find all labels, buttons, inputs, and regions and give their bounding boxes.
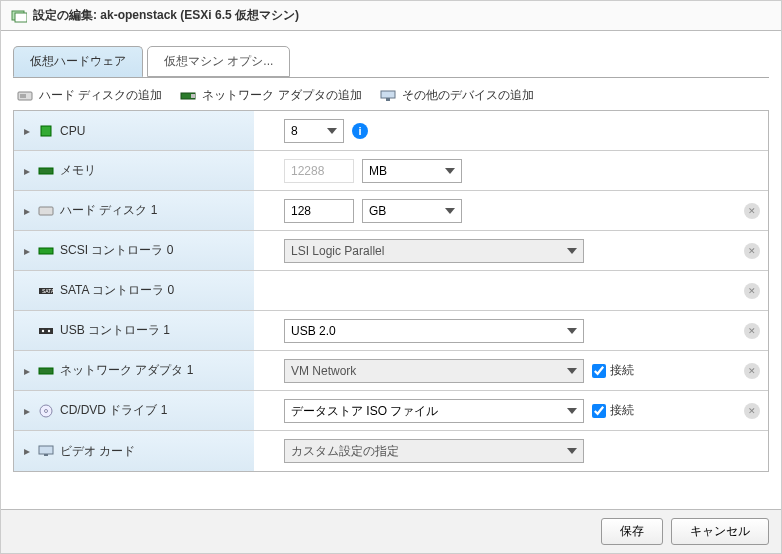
remove-nic-button[interactable]: [744, 363, 760, 379]
row-scsi: ▸ SCSI コントローラ 0 LSI Logic Parallel: [14, 231, 768, 271]
row-sata: ▸ SATA SATA コントローラ 0: [14, 271, 768, 311]
sata-label: SATA コントローラ 0: [60, 282, 174, 299]
disk-label: ハード ディスク 1: [60, 202, 157, 219]
save-button[interactable]: 保存: [601, 518, 663, 545]
disk-icon: [38, 203, 54, 219]
memory-input[interactable]: [284, 159, 354, 183]
expand-icon[interactable]: ▸: [22, 244, 32, 258]
video-icon: [38, 443, 54, 459]
expand-icon[interactable]: ▸: [22, 364, 32, 378]
dialog-footer: 保存 キャンセル: [1, 509, 781, 553]
row-video: ▸ ビデオ カード カスタム設定の指定: [14, 431, 768, 471]
add-other-device-button[interactable]: その他のデバイスの追加: [380, 87, 534, 104]
remove-scsi-button[interactable]: [744, 243, 760, 259]
svg-rect-17: [39, 368, 53, 374]
usb-label: USB コントローラ 1: [60, 322, 170, 339]
scsi-label: SCSI コントローラ 0: [60, 242, 173, 259]
nic-connect-checkbox[interactable]: 接続: [592, 362, 634, 379]
expand-icon[interactable]: ▸: [22, 204, 32, 218]
svg-rect-14: [39, 328, 53, 334]
title-bar: 設定の編集: ak-openstack (ESXi 6.5 仮想マシン): [1, 1, 781, 31]
dialog-title: 設定の編集: ak-openstack (ESXi 6.5 仮想マシン): [33, 7, 299, 24]
remove-sata-button[interactable]: [744, 283, 760, 299]
cddvd-connect-checkbox[interactable]: 接続: [592, 402, 634, 419]
video-config-select[interactable]: カスタム設定の指定: [284, 439, 584, 463]
remove-usb-button[interactable]: [744, 323, 760, 339]
tabs: 仮想ハードウェア 仮想マシン オプシ...: [13, 46, 769, 78]
tab-vm-options[interactable]: 仮想マシン オプシ...: [147, 46, 290, 77]
expand-icon[interactable]: ▸: [22, 164, 32, 178]
expand-icon[interactable]: ▸: [22, 444, 32, 458]
svg-point-16: [48, 329, 50, 331]
svg-text:SATA: SATA: [42, 288, 54, 294]
add-disk-label: ハード ディスクの追加: [39, 87, 162, 104]
cpu-label: CPU: [60, 124, 85, 138]
dialog-body: 仮想ハードウェア 仮想マシン オプシ... ハード ディスクの追加 ネットワーク…: [1, 31, 781, 509]
remove-disk-button[interactable]: [744, 203, 760, 219]
add-other-label: その他のデバイスの追加: [402, 87, 534, 104]
expand-icon[interactable]: ▸: [22, 404, 32, 418]
svg-point-15: [42, 329, 44, 331]
nic-icon: [38, 363, 54, 379]
cddvd-source-select[interactable]: データストア ISO ファイル: [284, 399, 584, 423]
tab-hardware[interactable]: 仮想ハードウェア: [13, 46, 143, 77]
row-cpu: ▸ CPU 8 i: [14, 111, 768, 151]
expand-icon[interactable]: ▸: [22, 124, 32, 138]
nic-icon: [180, 88, 196, 104]
row-cddvd: ▸ CD/DVD ドライブ 1 データストア ISO ファイル 接続: [14, 391, 768, 431]
cancel-button[interactable]: キャンセル: [671, 518, 769, 545]
edit-settings-dialog: 設定の編集: ak-openstack (ESXi 6.5 仮想マシン) 仮想ハ…: [0, 0, 782, 554]
cd-icon: [38, 403, 54, 419]
nic-label: ネットワーク アダプタ 1: [60, 362, 193, 379]
usb-type-select[interactable]: USB 2.0: [284, 319, 584, 343]
svg-rect-21: [44, 454, 48, 456]
disk-size-input[interactable]: [284, 199, 354, 223]
settings-rows: ▸ CPU 8 i ▸ メモリ MB: [13, 110, 769, 472]
row-memory: ▸ メモリ MB: [14, 151, 768, 191]
row-label: ▸ CPU: [14, 111, 254, 150]
memory-unit-select[interactable]: MB: [362, 159, 462, 183]
cddvd-label: CD/DVD ドライブ 1: [60, 402, 167, 419]
svg-rect-7: [386, 98, 390, 101]
memory-label: メモリ: [60, 162, 96, 179]
cpu-select[interactable]: 8: [284, 119, 344, 143]
info-icon[interactable]: i: [352, 123, 368, 139]
usb-icon: [38, 323, 54, 339]
cpu-icon: [38, 123, 54, 139]
svg-rect-8: [41, 126, 51, 136]
row-disk: ▸ ハード ディスク 1 GB: [14, 191, 768, 231]
remove-cddvd-button[interactable]: [744, 403, 760, 419]
disk-icon: [17, 88, 33, 104]
sata-icon: SATA: [38, 283, 54, 299]
vm-icon: [11, 8, 27, 24]
disk-unit-select[interactable]: GB: [362, 199, 462, 223]
scsi-type-select[interactable]: LSI Logic Parallel: [284, 239, 584, 263]
add-nic-button[interactable]: ネットワーク アダプタの追加: [180, 87, 361, 104]
svg-rect-9: [39, 168, 53, 174]
svg-rect-20: [39, 446, 53, 454]
toolbar: ハード ディスクの追加 ネットワーク アダプタの追加 その他のデバイスの追加: [13, 77, 769, 110]
svg-rect-3: [20, 94, 26, 98]
video-label: ビデオ カード: [60, 443, 135, 460]
row-usb: ▸ USB コントローラ 1 USB 2.0: [14, 311, 768, 351]
svg-rect-11: [39, 248, 53, 254]
memory-icon: [38, 163, 54, 179]
add-nic-label: ネットワーク アダプタの追加: [202, 87, 361, 104]
svg-point-19: [45, 409, 48, 412]
device-icon: [380, 88, 396, 104]
svg-rect-10: [39, 207, 53, 215]
svg-rect-1: [15, 13, 27, 22]
add-disk-button[interactable]: ハード ディスクの追加: [17, 87, 162, 104]
nic-network-select[interactable]: VM Network: [284, 359, 584, 383]
scsi-icon: [38, 243, 54, 259]
row-nic: ▸ ネットワーク アダプタ 1 VM Network 接続: [14, 351, 768, 391]
svg-rect-5: [191, 94, 195, 98]
svg-rect-6: [381, 91, 395, 98]
